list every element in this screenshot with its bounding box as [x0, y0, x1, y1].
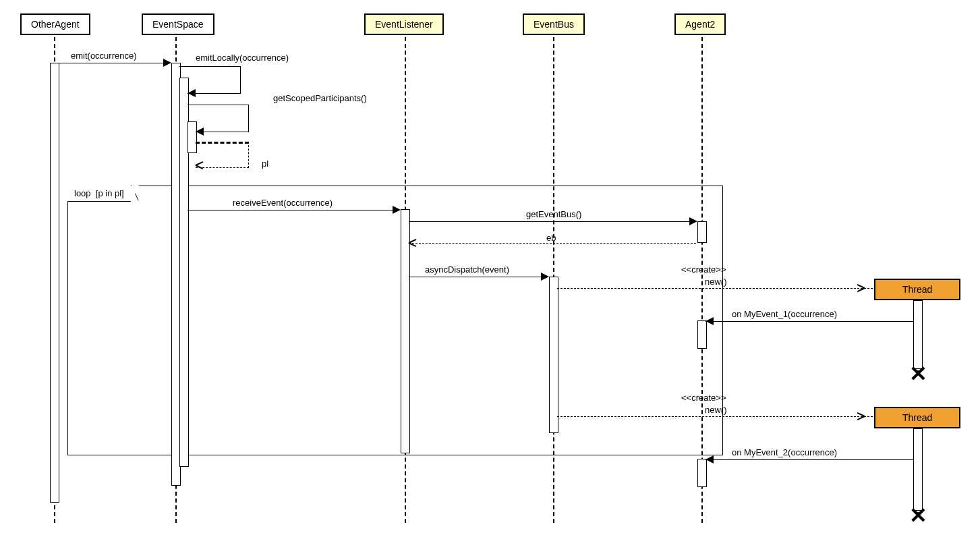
arrow-onmyevent2 — [705, 459, 913, 460]
arrow-geteventbus — [409, 221, 692, 222]
arrow-emit — [58, 63, 166, 63]
loop-keyword: loop — [74, 188, 91, 198]
activation-otheragent — [50, 63, 59, 503]
activation-agent2-1 — [697, 221, 707, 243]
activation-thread2 — [913, 428, 923, 511]
arrow-receiveevent — [188, 210, 395, 210]
participant-eventspace: EventSpace — [142, 13, 214, 35]
participant-agent2: Agent2 — [674, 13, 726, 35]
arrow-eb — [409, 243, 696, 244]
selfcall-pl — [196, 142, 249, 168]
msg-getscoped: getScopedParticipants() — [273, 93, 367, 103]
activation-eventlistener — [401, 209, 410, 453]
msg-asyncdispatch: asyncDispatch(event) — [425, 264, 509, 275]
msg-onmyevent1: on MyEvent_1(occurrence) — [732, 309, 837, 319]
activation-eventbus — [549, 277, 558, 433]
msg-create2: <<create>> — [681, 393, 726, 403]
activation-thread1 — [913, 300, 923, 369]
loop-condition: [p in pl] — [96, 188, 124, 198]
arrowhead-onmyevent1 — [705, 317, 714, 325]
arrow-new2 — [557, 416, 873, 417]
arrowhead-geteventbus — [689, 217, 697, 225]
thread-box-1: Thread — [874, 279, 960, 300]
arrow-asyncdispatch — [409, 277, 544, 277]
thread-box-2: Thread — [874, 407, 960, 428]
msg-onmyevent2: on MyEvent_2(occurrence) — [732, 447, 837, 457]
arrowhead-receiveevent — [393, 206, 401, 214]
msg-eb: eb — [546, 233, 556, 243]
arrow-new1 — [557, 288, 873, 289]
msg-geteventbus: getEventBus() — [526, 209, 581, 219]
msg-new1: new() — [705, 277, 727, 287]
destroy-icon-1: ✕ — [909, 361, 927, 387]
sequence-diagram: OtherAgent EventSpace EventListener Even… — [13, 13, 967, 522]
participant-eventlistener: EventListener — [364, 13, 444, 35]
msg-new2: new() — [705, 405, 727, 415]
loop-label: loop [p in pl] — [67, 186, 132, 202]
participant-eventbus: EventBus — [523, 13, 585, 35]
loop-frame — [67, 186, 723, 455]
msg-emit: emit(occurrence) — [71, 51, 137, 61]
arrowhead-emitlocally — [188, 89, 196, 97]
msg-receiveevent: receiveEvent(occurrence) — [233, 198, 333, 208]
arrow-onmyevent1 — [705, 321, 913, 322]
arrowhead-onmyevent2 — [705, 455, 714, 463]
msg-create1: <<create>> — [681, 264, 726, 275]
arrowhead-getscoped — [196, 128, 204, 136]
destroy-icon-2: ✕ — [909, 503, 927, 528]
participant-otheragent: OtherAgent — [20, 13, 90, 35]
msg-pl: pl — [262, 159, 268, 169]
arrowhead-emit — [163, 59, 171, 67]
msg-emitlocally: emitLocally(occurrence) — [196, 53, 289, 63]
arrowhead-asyncdispatch — [541, 273, 549, 281]
